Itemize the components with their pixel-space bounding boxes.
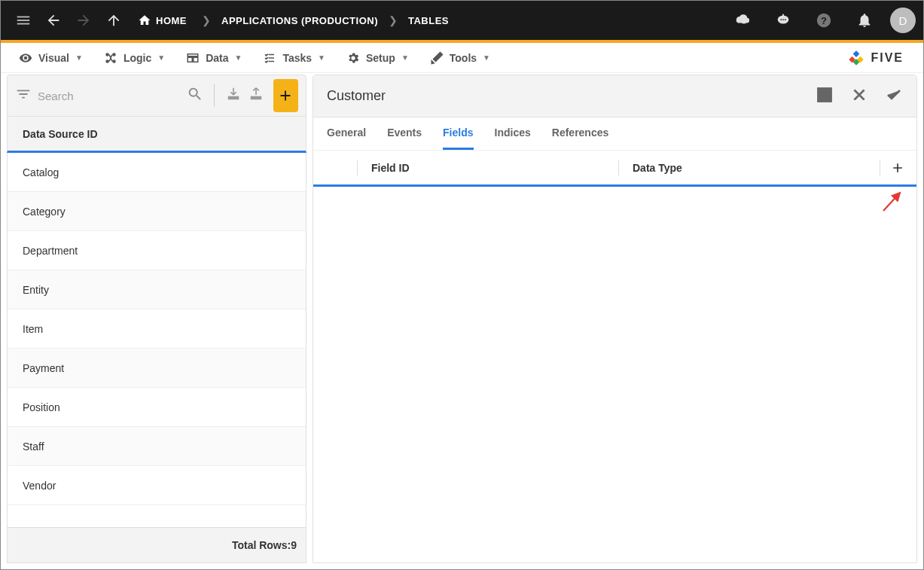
svg-rect-19 [818, 88, 831, 102]
main-header: Customer [313, 75, 916, 117]
svg-point-6 [782, 19, 784, 20]
menu-setup[interactable]: Setup▼ [336, 43, 419, 72]
breadcrumb: HOME ❯ APPLICATIONS (PRODUCTION) ❯ TABLE… [133, 14, 449, 27]
menubar: Visual▼ Logic▼ Data▼ Tasks▼ Setup▼ Tools… [1, 43, 923, 73]
svg-point-12 [113, 53, 115, 56]
confirm-icon[interactable] [885, 86, 903, 107]
svg-rect-8 [782, 14, 784, 17]
sidebar: Data Source ID Catalog Category Departme… [7, 75, 306, 563]
total-rows-label: Total Rows: [232, 539, 291, 551]
list-header-label: Data Source ID [23, 128, 98, 140]
add-button[interactable] [273, 79, 298, 112]
list-item[interactable]: Catalog [8, 153, 306, 192]
list-body: Catalog Category Department Entity Item … [7, 153, 306, 527]
svg-point-3 [742, 19, 746, 23]
menu-visual[interactable]: Visual▼ [8, 43, 93, 72]
list-footer: Total Rows: 9 [7, 527, 306, 563]
search-input[interactable] [38, 90, 181, 102]
import-icon[interactable] [225, 86, 242, 105]
list-item[interactable]: Staff [8, 427, 306, 466]
notifications-icon[interactable] [849, 5, 880, 35]
help-icon[interactable]: ? [809, 5, 839, 35]
chevron-right-icon: ❯ [202, 14, 211, 26]
forward-button [69, 5, 99, 35]
list-item[interactable]: Department [8, 231, 306, 270]
workspace: Data Source ID Catalog Category Departme… [1, 73, 923, 569]
tabs: General Events Fields Indices References [313, 117, 916, 151]
svg-point-14 [113, 60, 115, 62]
svg-line-24 [883, 193, 900, 211]
export-icon[interactable] [248, 86, 264, 105]
chevron-right-icon: ❯ [389, 14, 398, 26]
breadcrumb-home[interactable]: HOME [133, 14, 191, 27]
svg-point-13 [106, 60, 108, 62]
annotation-arrow-icon [879, 188, 906, 218]
svg-marker-15 [853, 50, 860, 57]
tab-events[interactable]: Events [387, 117, 422, 150]
cloud-icon[interactable] [727, 5, 758, 35]
tab-fields[interactable]: Fields [443, 117, 473, 150]
main-panel: Customer General Events Fields Indices R… [313, 75, 917, 563]
tab-general[interactable]: General [327, 117, 366, 150]
hamburger-menu-button[interactable] [8, 5, 38, 35]
list-header: Data Source ID [7, 117, 306, 153]
list-item[interactable]: Entity [8, 270, 306, 309]
list-item[interactable]: Payment [8, 349, 306, 388]
brand-logo: FIVE [846, 48, 916, 68]
svg-point-11 [106, 53, 108, 56]
back-button[interactable] [38, 5, 69, 35]
svg-rect-0 [17, 17, 30, 18]
svg-rect-2 [17, 23, 30, 25]
tab-references[interactable]: References [552, 117, 609, 150]
search-icon[interactable] [187, 86, 203, 105]
add-field-button[interactable] [886, 160, 909, 175]
grid-header: Field ID Data Type [313, 151, 916, 187]
user-avatar[interactable]: D [890, 8, 916, 33]
list-item[interactable]: Category [8, 192, 306, 231]
breadcrumb-applications[interactable]: APPLICATIONS (PRODUCTION) [221, 15, 378, 26]
breadcrumb-home-label: HOME [156, 15, 187, 26]
list-item[interactable]: Vendor [8, 466, 306, 505]
up-button[interactable] [99, 5, 129, 35]
column-field-id: Field ID [364, 162, 612, 174]
chat-icon[interactable] [768, 5, 798, 35]
list-item[interactable]: Position [8, 388, 306, 427]
svg-text:?: ? [821, 15, 827, 26]
page-title: Customer [327, 88, 386, 104]
breadcrumb-tables[interactable]: TABLES [408, 15, 449, 26]
menu-logic[interactable]: Logic▼ [93, 43, 175, 72]
grid-body [313, 187, 916, 562]
tab-indices[interactable]: Indices [495, 117, 531, 150]
column-data-type: Data Type [625, 162, 874, 174]
grid-view-icon[interactable] [816, 86, 834, 107]
topbar: HOME ❯ APPLICATIONS (PRODUCTION) ❯ TABLE… [1, 1, 923, 40]
svg-point-7 [785, 19, 786, 20]
svg-rect-1 [17, 20, 30, 21]
menu-tasks[interactable]: Tasks▼ [252, 43, 336, 72]
close-icon[interactable] [850, 86, 868, 107]
list-item[interactable]: Item [8, 309, 306, 349]
svg-point-5 [780, 19, 782, 20]
total-rows-value: 9 [291, 539, 297, 551]
search-row [7, 75, 306, 117]
menu-data[interactable]: Data▼ [175, 43, 252, 72]
filter-icon[interactable] [15, 86, 32, 105]
menu-tools[interactable]: Tools▼ [419, 43, 501, 72]
avatar-initial: D [899, 14, 907, 27]
